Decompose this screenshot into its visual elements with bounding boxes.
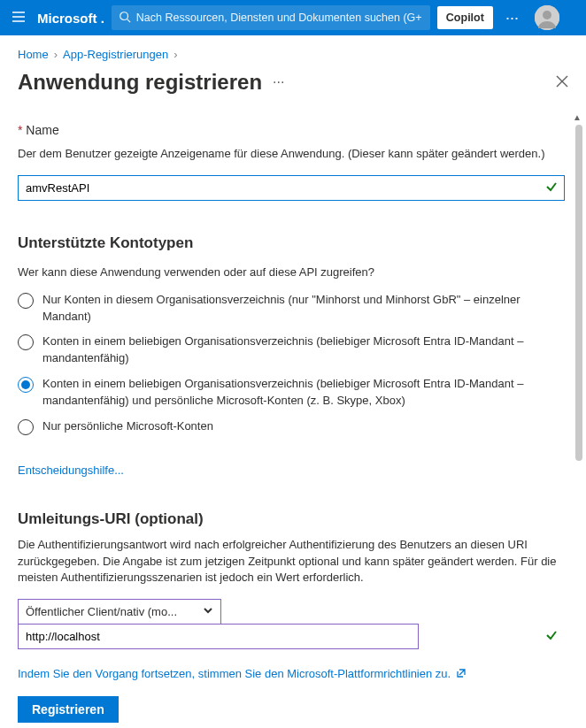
scrollbar-thumb[interactable]	[575, 125, 582, 461]
account-types-help: Wer kann diese Anwendung verwenden oder …	[18, 264, 565, 281]
chevron-right-icon: ›	[54, 48, 58, 61]
radio-icon	[18, 377, 34, 393]
search-input[interactable]	[136, 11, 423, 24]
platform-policy-link[interactable]: Indem Sie den Vorgang fortsetzen, stimme…	[18, 667, 466, 680]
radio-label: Konten in einem beliebigen Organisations…	[42, 376, 565, 410]
redirect-uri-help: Die Authentifizierungsantwort wird nach …	[18, 537, 565, 587]
breadcrumb-appreg[interactable]: App-Registrierungen	[63, 48, 168, 61]
chevron-down-icon	[203, 605, 213, 618]
account-type-option-2[interactable]: Konten in einem beliebigen Organisations…	[18, 376, 565, 410]
register-button[interactable]: Registrieren	[18, 696, 119, 723]
menu-icon[interactable]	[7, 5, 30, 31]
consent-row: Indem Sie den Vorgang fortsetzen, stimme…	[0, 649, 586, 680]
check-icon	[545, 180, 558, 195]
page-title: Anwendung registrieren	[18, 70, 262, 95]
vertical-scrollbar[interactable]: ▲ ▼	[574, 123, 582, 724]
close-icon[interactable]	[556, 75, 568, 90]
name-input-wrap	[18, 175, 565, 201]
footer: Registrieren	[0, 680, 586, 728]
name-input[interactable]	[18, 175, 565, 201]
search-icon	[119, 11, 131, 26]
account-type-option-0[interactable]: Nur Konten in diesem Organisationsverzei…	[18, 292, 565, 326]
radio-label: Konten in einem beliebigen Organisations…	[42, 333, 565, 367]
redirect-uri-heading: Umleitungs-URI (optional)	[18, 510, 565, 528]
account-types-heading: Unterstützte Kontotypen	[18, 234, 565, 252]
account-type-option-1[interactable]: Konten in einem beliebigen Organisations…	[18, 333, 565, 367]
account-types-radiogroup: Nur Konten in diesem Organisationsverzei…	[18, 292, 565, 435]
svg-point-0	[120, 11, 128, 19]
redirect-uri-input-wrap	[18, 624, 565, 649]
top-header-bar: Microsoft . Copilot ···	[0, 0, 586, 35]
brand-label: Microsoft .	[37, 11, 104, 26]
radio-icon	[18, 419, 34, 435]
check-icon	[545, 629, 558, 644]
more-icon[interactable]: ···	[500, 9, 524, 27]
more-commands-icon[interactable]: ···	[262, 74, 295, 90]
platform-select[interactable]: Öffentlicher Client/nativ (mo...	[18, 599, 221, 625]
redirect-uri-input[interactable]	[18, 624, 419, 649]
radio-icon	[18, 334, 34, 350]
chevron-right-icon: ›	[173, 48, 177, 61]
external-link-icon	[454, 667, 466, 680]
radio-label: Nur persönliche Microsoft-Konten	[42, 418, 213, 435]
decision-help-link[interactable]: Entscheidungshilfe...	[18, 464, 124, 477]
copilot-button[interactable]: Copilot	[437, 6, 493, 29]
platform-select-value: Öffentlicher Client/nativ (mo...	[26, 605, 177, 618]
radio-icon	[18, 293, 34, 309]
avatar[interactable]	[535, 5, 559, 30]
svg-point-3	[543, 11, 551, 19]
form-panel: ▲ ▼ * Name Der dem Benutzer gezeigte Anz…	[0, 123, 586, 649]
search-box[interactable]	[112, 5, 430, 30]
svg-line-1	[127, 19, 130, 22]
account-type-option-3[interactable]: Nur persönliche Microsoft-Konten	[18, 418, 565, 435]
required-asterisk: *	[18, 123, 22, 137]
breadcrumb: Home › App-Registrierungen ›	[0, 35, 586, 66]
breadcrumb-home[interactable]: Home	[18, 48, 49, 61]
name-help: Der dem Benutzer gezeigte Anzeigename fü…	[18, 146, 565, 163]
title-row: Anwendung registrieren ···	[0, 66, 586, 111]
radio-label: Nur Konten in diesem Organisationsverzei…	[42, 292, 565, 326]
scroll-up-arrow-icon[interactable]: ▲	[573, 112, 582, 122]
name-label: * Name	[18, 123, 565, 137]
